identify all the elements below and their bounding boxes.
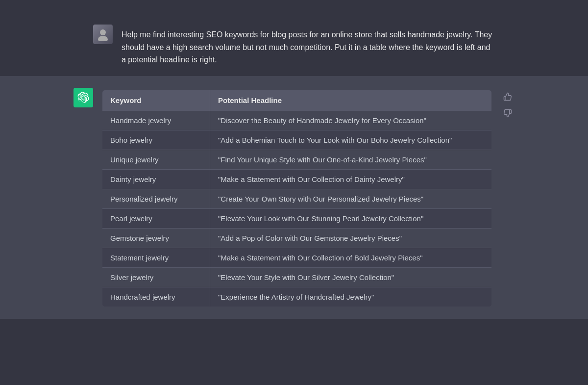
- table-row: Handcrafted jewelry"Experience the Artis…: [102, 287, 492, 307]
- table-row: Pearl jewelry"Elevate Your Look with Our…: [102, 208, 492, 228]
- keyword-cell: Gemstone jewelry: [102, 228, 210, 248]
- headline-cell: "Experience the Artistry of Handcrafted …: [210, 287, 492, 307]
- thumbs-up-button[interactable]: [501, 90, 514, 103]
- table-row: Handmade jewelry"Discover the Beauty of …: [102, 110, 492, 130]
- keyword-cell: Statement jewelry: [102, 248, 210, 267]
- svg-point-1: [98, 36, 108, 41]
- keyword-cell: Boho jewelry: [102, 130, 210, 150]
- keyword-cell: Handmade jewelry: [102, 110, 210, 130]
- headline-cell: "Add a Pop of Color with Our Gemstone Je…: [210, 228, 492, 248]
- table-row: Boho jewelry"Add a Bohemian Touch to You…: [102, 130, 492, 150]
- headline-cell: "Find Your Unique Style with Our One-of-…: [210, 150, 492, 169]
- keyword-cell: Silver jewelry: [102, 267, 210, 287]
- response-table-wrapper: Keyword Potential Headline Handmade jewe…: [102, 88, 492, 307]
- keyword-cell: Unique jewelry: [102, 150, 210, 169]
- assistant-message: Keyword Potential Headline Handmade jewe…: [0, 76, 588, 319]
- table-row: Silver jewelry"Elevate Your Style with O…: [102, 267, 492, 287]
- chatgpt-avatar: [74, 88, 93, 107]
- keyword-cell: Personalized jewelry: [102, 189, 210, 208]
- headline-cell: "Add a Bohemian Touch to Your Look with …: [210, 130, 492, 150]
- user-message-text: Help me find interesting SEO keywords fo…: [122, 25, 495, 66]
- keywords-table: Keyword Potential Headline Handmade jewe…: [102, 90, 492, 307]
- keyword-header: Keyword: [102, 90, 210, 110]
- thumbs-down-button[interactable]: [501, 106, 514, 120]
- keyword-cell: Handcrafted jewelry: [102, 287, 210, 307]
- headline-cell: "Elevate Your Look with Our Stunning Pea…: [210, 208, 492, 228]
- headline-header: Potential Headline: [210, 90, 492, 110]
- svg-point-0: [100, 29, 106, 35]
- keyword-cell: Pearl jewelry: [102, 208, 210, 228]
- headline-cell: "Make a Statement with Our Collection of…: [210, 169, 492, 189]
- feedback-buttons: [501, 88, 514, 120]
- table-row: Unique jewelry"Find Your Unique Style wi…: [102, 150, 492, 169]
- user-avatar: [93, 25, 113, 44]
- table-row: Statement jewelry"Make a Statement with …: [102, 248, 492, 267]
- table-row: Gemstone jewelry"Add a Pop of Color with…: [102, 228, 492, 248]
- table-row: Personalized jewelry"Create Your Own Sto…: [102, 189, 492, 208]
- headline-cell: "Create Your Own Story with Our Personal…: [210, 189, 492, 208]
- headline-cell: "Make a Statement with Our Collection of…: [210, 248, 492, 267]
- table-row: Dainty jewelry"Make a Statement with Our…: [102, 169, 492, 189]
- user-message: Help me find interesting SEO keywords fo…: [74, 15, 514, 76]
- headline-cell: "Discover the Beauty of Handmade Jewelry…: [210, 110, 492, 130]
- keyword-cell: Dainty jewelry: [102, 169, 210, 189]
- headline-cell: "Elevate Your Style with Our Silver Jewe…: [210, 267, 492, 287]
